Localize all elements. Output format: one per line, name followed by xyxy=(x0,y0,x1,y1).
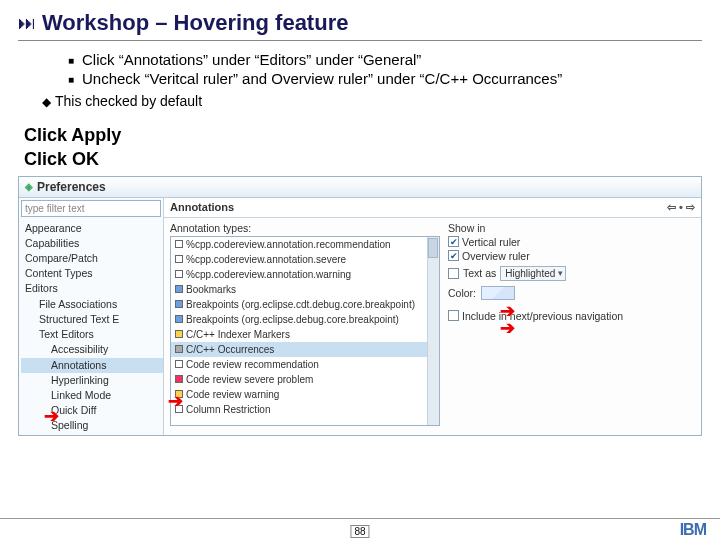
include-nav-checkbox[interactable]: Include in next/previous navigation xyxy=(448,310,695,322)
types-label: Annotation types: xyxy=(170,222,440,234)
action-apply: Click Apply xyxy=(24,123,702,147)
type-item: %cpp.codereview.annotation.severe xyxy=(171,252,439,267)
type-item: Code review severe problem xyxy=(171,372,439,387)
slide-title: Workshop – Hovering feature xyxy=(42,10,348,36)
annotation-types-list[interactable]: %cpp.codereview.annotation.recommendatio… xyxy=(170,236,440,426)
color-label: Color: xyxy=(448,287,476,299)
tree-linkedmode[interactable]: Linked Mode xyxy=(21,388,163,403)
sub-bullet: ◆This checked by default xyxy=(42,93,702,109)
text-as-combo[interactable]: Highlighted xyxy=(500,266,566,281)
fast-forward-icon: ⏭ xyxy=(18,13,36,34)
type-item-selected: C/C++ Occurrences xyxy=(171,342,439,357)
type-item: Breakpoints (org.eclipse.debug.core.brea… xyxy=(171,312,439,327)
overview-ruler-checkbox[interactable]: Overview ruler xyxy=(448,250,695,262)
checkbox-icon[interactable] xyxy=(448,310,459,321)
preferences-window: ◈ Preferences type filter text Appearanc… xyxy=(18,176,702,436)
tree-appearance[interactable]: Appearance xyxy=(21,221,163,236)
page-nav-arrows[interactable]: ⇦ • ⇨ xyxy=(667,201,695,214)
checkbox-icon[interactable] xyxy=(448,250,459,261)
tree-texteditors[interactable]: Text Editors xyxy=(21,327,163,342)
red-arrow-icon: ➔ xyxy=(44,405,59,427)
window-icon: ◈ xyxy=(25,181,33,192)
red-arrow-icon: ➔ xyxy=(500,317,515,339)
tree-hyperlinking[interactable]: Hyperlinking xyxy=(21,373,163,388)
tree-annotations[interactable]: Annotations xyxy=(21,358,163,373)
type-item: Code review recommendation xyxy=(171,357,439,372)
title-underline xyxy=(18,40,702,41)
bullet-1: Click “Annotations” under “Editors” unde… xyxy=(68,51,702,68)
options-panel: Show in Vertical ruler Overview ruler Te… xyxy=(444,218,701,435)
window-title: Preferences xyxy=(37,180,106,194)
tree-spelling[interactable]: Spelling xyxy=(21,418,163,433)
filter-input[interactable]: type filter text xyxy=(21,200,161,217)
tree-capabilities[interactable]: Capabilities xyxy=(21,236,163,251)
tree-editors[interactable]: Editors xyxy=(21,281,163,296)
red-arrow-icon: ➔ xyxy=(168,390,183,412)
page-title: Annotations xyxy=(170,201,234,213)
text-as-checkbox[interactable] xyxy=(448,268,459,279)
sub-bullet-text: This checked by default xyxy=(55,93,202,109)
tree-compare[interactable]: Compare/Patch xyxy=(21,251,163,266)
action-ok: Click OK xyxy=(24,147,702,171)
tree-contenttypes[interactable]: Content Types xyxy=(21,266,163,281)
type-item: Column Restriction xyxy=(171,402,439,417)
preferences-tree-panel: type filter text Appearance Capabilities… xyxy=(19,198,164,435)
type-item: Code review warning xyxy=(171,387,439,402)
preferences-tree[interactable]: Appearance Capabilities Compare/Patch Co… xyxy=(21,221,163,435)
tree-fileassoc[interactable]: File Associations xyxy=(21,297,163,312)
type-item: C/C++ Indexer Markers xyxy=(171,327,439,342)
bullet-2: Uncheck “Veritcal ruler” and Overview ru… xyxy=(68,70,702,87)
preferences-page: Annotations ⇦ • ⇨ Annotation types: %cpp… xyxy=(164,198,701,435)
triangle-icon: ◆ xyxy=(42,95,51,109)
text-as-label: Text as xyxy=(463,267,496,279)
ibm-logo: IBM xyxy=(680,521,706,539)
tree-accessibility[interactable]: Accessibility xyxy=(21,342,163,357)
color-swatch[interactable] xyxy=(481,286,515,300)
show-in-label: Show in xyxy=(448,222,695,234)
tree-structtext[interactable]: Structured Text E xyxy=(21,312,163,327)
tree-quickdiff[interactable]: Quick Diff xyxy=(21,403,163,418)
scrollbar[interactable] xyxy=(427,237,439,425)
window-title-bar: ◈ Preferences xyxy=(19,177,701,198)
instruction-list: Click “Annotations” under “Editors” unde… xyxy=(28,51,702,87)
slide-title-row: ⏭ Workshop – Hovering feature xyxy=(18,10,702,36)
type-item: Breakpoints (org.eclipse.cdt.debug.core.… xyxy=(171,297,439,312)
page-number: 88 xyxy=(350,525,369,538)
checkbox-icon[interactable] xyxy=(448,236,459,247)
action-block: Click Apply Click OK xyxy=(24,123,702,172)
tree-keys[interactable]: Keys xyxy=(21,434,163,435)
type-item: %cpp.codereview.annotation.recommendatio… xyxy=(171,237,439,252)
vertical-ruler-checkbox[interactable]: Vertical ruler xyxy=(448,236,695,248)
type-item: Bookmarks xyxy=(171,282,439,297)
type-item: %cpp.codereview.annotation.warning xyxy=(171,267,439,282)
